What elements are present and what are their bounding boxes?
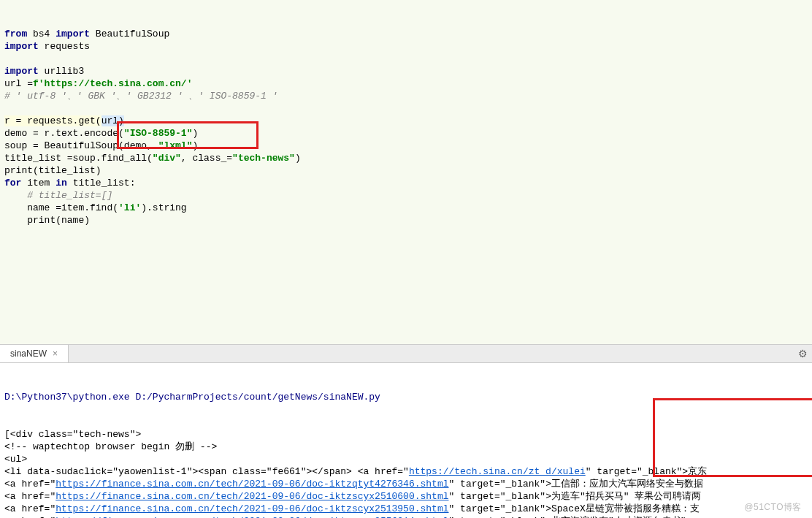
- code-line: name =item.find('li').string: [4, 202, 808, 214]
- code-line: soup = BeautifulSoup(demo, "lxml"): [4, 140, 808, 152]
- code-line: [4, 102, 808, 115]
- gear-icon[interactable]: ⚙: [793, 345, 812, 362]
- code-line: demo = r.text.encode("ISO-8859-1"): [4, 127, 808, 140]
- code-line: url =f'https://tech.sina.com.cn/': [4, 77, 808, 90]
- run-console[interactable]: D:\Python37\python.exe D:/PycharmProject…: [0, 363, 812, 518]
- code-line: print(title_list): [4, 164, 808, 177]
- code-editor[interactable]: from bs4 import BeautifulSoupimport requ…: [0, 0, 812, 345]
- code-line: print(name): [4, 214, 808, 226]
- run-command: D:\Python37\python.exe D:/PycharmProject…: [4, 391, 808, 403]
- console-line: <a href="https://finance.sina.com.cn/tec…: [4, 515, 808, 518]
- console-line: <!-- waptechtop browser begin 勿删 -->: [4, 441, 808, 453]
- code-line: # ' utf-8 '、' GBK '、' GB2312 ' 、' ISO-88…: [4, 90, 808, 102]
- tab-spacer: [69, 345, 793, 362]
- console-line: <ul>: [4, 453, 808, 465]
- console-line: <a href="https://finance.sina.com.cn/tec…: [4, 503, 808, 515]
- code-line: [4, 53, 808, 65]
- console-line: <a href="https://finance.sina.com.cn/tec…: [4, 478, 808, 490]
- code-line: r = requests.get(url): [4, 115, 124, 126]
- close-icon[interactable]: ×: [53, 348, 58, 360]
- console-line: <li data-sudaclick="yaowenlist-1"><span …: [4, 465, 808, 478]
- code-line: # title_list=[]: [4, 189, 808, 202]
- console-tab-sinanew[interactable]: sinaNEW ×: [0, 345, 69, 362]
- tab-label: sinaNEW: [10, 348, 47, 360]
- console-tab-bar: sinaNEW × ⚙: [0, 345, 812, 363]
- code-line: title_list =soup.find_all("div", class_=…: [4, 152, 808, 164]
- console-line: <a href="https://finance.sina.com.cn/tec…: [4, 490, 808, 503]
- console-line: [<div class="tech-news">: [4, 428, 808, 441]
- code-line: for item in title_list:: [4, 177, 808, 189]
- code-line: import urllib3: [4, 65, 808, 77]
- code-line: from bs4 import BeautifulSoup: [4, 28, 808, 40]
- code-line: import requests: [4, 40, 808, 53]
